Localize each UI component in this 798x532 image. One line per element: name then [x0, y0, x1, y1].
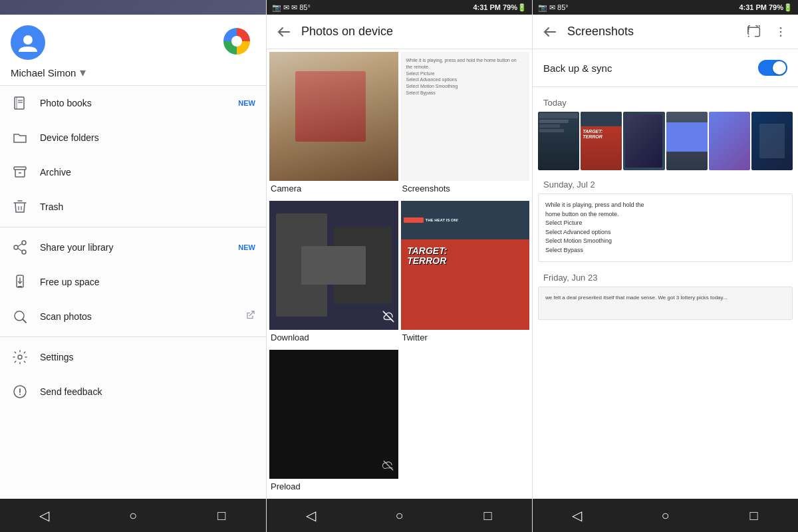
svg-line-16	[18, 249, 22, 251]
menu-item-settings[interactable]: Settings	[0, 340, 266, 374]
recents-button-3[interactable]: □	[741, 502, 767, 529]
folder-screenshots-name: Screenshots	[401, 181, 530, 196]
app-bar-title-2: Photos on device	[301, 25, 527, 39]
svg-rect-5	[16, 97, 17, 109]
send-feedback-label: Send feedback	[40, 386, 255, 397]
recents-button-1[interactable]: □	[208, 502, 235, 529]
back-arrow-2[interactable]	[272, 20, 296, 44]
today-thumb-6[interactable]	[751, 112, 793, 170]
today-thumb-1[interactable]	[538, 112, 579, 170]
svg-line-22	[249, 311, 254, 316]
svg-point-31	[780, 35, 782, 37]
today-thumb-2[interactable]: TARGET:TERROR	[581, 112, 622, 170]
account-chevron-icon[interactable]: ▾	[80, 65, 86, 80]
back-arrow-3[interactable]	[538, 20, 562, 44]
today-thumb-5[interactable]	[709, 112, 750, 170]
archive-icon	[11, 163, 29, 182]
svg-rect-8	[14, 167, 26, 170]
home-button-2[interactable]: ○	[386, 502, 413, 529]
menu-item-free-space[interactable]: Free up space	[0, 265, 266, 299]
status-left-2: 📷 ✉ ✉ 85°	[272, 3, 311, 12]
folder-twitter-name: Twitter	[401, 330, 530, 345]
scan-photos-label: Scan photos	[40, 311, 234, 322]
status-left-3: 📷 ✉ 85°	[538, 3, 569, 12]
photo-books-badge: NEW	[238, 99, 255, 107]
device-folders-label: Device folders	[40, 132, 255, 143]
folder-twitter-thumb: THE HEAT IS ON! TARGET:TERROR	[401, 201, 530, 330]
home-button-1[interactable]: ○	[120, 502, 146, 529]
folder-twitter[interactable]: THE HEAT IS ON! TARGET:TERROR Twitter	[401, 201, 530, 347]
status-bar-3: 📷 ✉ 85° 4:31 PM 79%🔋	[533, 0, 798, 15]
menu-item-scan-photos[interactable]: Scan photos	[0, 299, 266, 334]
text-ss-line4: Select Advanced options	[545, 228, 785, 237]
battery-3: 79%🔋	[769, 3, 793, 12]
status-bar-2: 📷 ✉ ✉ 85° 4:31 PM 79%🔋	[267, 0, 532, 15]
drawer-menu-list: Photo books NEW Device folders	[0, 86, 266, 499]
feedback-icon	[11, 382, 29, 401]
app-bar-2: Photos on device	[267, 15, 532, 49]
more-options-button[interactable]	[769, 20, 793, 44]
menu-item-photo-books[interactable]: Photo books NEW	[0, 86, 266, 120]
svg-line-15	[18, 244, 22, 247]
text-ss-line2: home button on the remote.	[545, 210, 785, 219]
user-name-row: Michael Simon ▾	[11, 65, 255, 80]
menu-item-archive[interactable]: Archive	[0, 155, 266, 190]
recents-button-2[interactable]: □	[475, 502, 501, 529]
friday-screenshot[interactable]: we felt a deal presented itself that mad…	[538, 287, 793, 320]
share-library-badge: NEW	[238, 243, 255, 251]
text-ss-line5: Select Motion Smoothing	[545, 237, 785, 246]
folder-preload[interactable]: Preload	[269, 350, 398, 496]
trash-icon	[11, 198, 29, 216]
menu-item-share-library[interactable]: Share your library NEW	[0, 230, 266, 265]
user-display-name: Michael Simon	[11, 67, 76, 78]
home-button-3[interactable]: ○	[652, 502, 679, 529]
panel-screenshots: 📷 ✉ 85° 4:31 PM 79%🔋 Screenshots	[532, 0, 798, 532]
svg-point-14	[22, 250, 26, 254]
menu-item-device-folders[interactable]: Device folders	[0, 120, 266, 155]
folder-screenshots[interactable]: While it is playing, press and hold the …	[401, 52, 530, 198]
divider-1	[0, 227, 266, 227]
back-button-1[interactable]: ◁	[31, 502, 58, 529]
today-thumb-3[interactable]	[623, 112, 664, 170]
panel-photos-on-device: 📷 ✉ ✉ 85° 4:31 PM 79%🔋 Photos on device …	[266, 0, 532, 532]
status-icons-2: 📷 ✉ ✉ 85°	[272, 3, 311, 12]
drawer-header: Michael Simon ▾	[0, 15, 266, 86]
screenshots-scroll-area[interactable]: Today TARGET:TERROR	[533, 87, 798, 499]
bottom-nav-1: ◁ ○ □	[0, 499, 266, 532]
svg-point-30	[780, 31, 782, 33]
app-bar-actions	[742, 20, 793, 44]
share-library-label: Share your library	[40, 242, 227, 253]
backup-sync-toggle[interactable]	[758, 60, 787, 76]
app-bar-3: Screenshots	[533, 15, 798, 49]
cast-button[interactable]	[742, 20, 766, 44]
menu-item-send-feedback[interactable]: Send feedback	[0, 374, 266, 409]
section-header-friday: Friday, Jun 23	[533, 267, 798, 285]
svg-line-21	[23, 319, 26, 323]
svg-point-23	[18, 355, 22, 359]
menu-item-trash[interactable]: Trash	[0, 190, 266, 224]
trash-label: Trash	[40, 201, 255, 212]
back-button-3[interactable]: ◁	[564, 502, 591, 529]
sunday-text-screenshot[interactable]: While it is playing, press and hold the …	[538, 194, 793, 262]
backup-sync-row[interactable]: Back up & sync	[533, 49, 798, 87]
folder-camera[interactable]: Camera	[269, 52, 398, 198]
folder-preload-name: Preload	[269, 479, 398, 494]
archive-label: Archive	[40, 167, 255, 178]
section-header-today: Today	[533, 92, 798, 110]
text-ss-line1: While it is playing, press and hold the	[545, 201, 785, 210]
user-avatar[interactable]	[11, 25, 45, 60]
cloud-off-icon-download	[382, 311, 394, 326]
photos-folder-grid: Camera While it is playing, press and ho…	[267, 49, 532, 499]
today-thumb-4[interactable]	[666, 112, 708, 170]
free-space-label: Free up space	[40, 277, 255, 287]
battery-2: 79%🔋	[503, 3, 527, 12]
folder-camera-thumb	[269, 52, 398, 181]
back-button-2[interactable]: ◁	[298, 502, 325, 529]
svg-point-13	[14, 245, 18, 249]
settings-label: Settings	[40, 352, 255, 362]
share-icon	[11, 238, 29, 257]
folder-download[interactable]: Download	[269, 201, 398, 347]
status-icons-3: 📷 ✉ 85°	[538, 3, 569, 12]
bottom-nav-3: ◁ ○ □	[533, 499, 798, 532]
status-right-2: 4:31 PM 79%🔋	[473, 3, 527, 12]
